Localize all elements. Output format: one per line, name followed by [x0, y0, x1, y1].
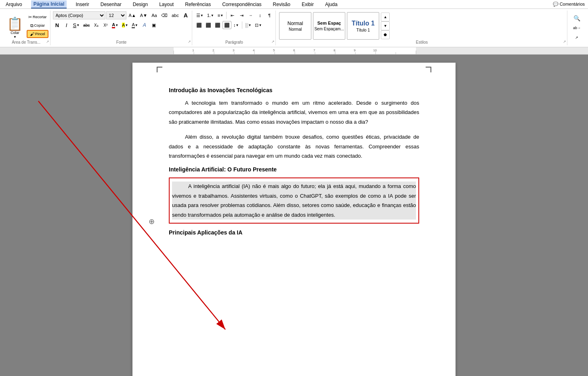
section-format-icon: ⊕	[149, 217, 155, 226]
numbered-list-button[interactable]: 1.▼	[206, 11, 216, 19]
sort-button[interactable]: ↕	[256, 11, 265, 19]
menu-bar: Arquivo Página Inicial Inserir Desenhar …	[0, 0, 588, 9]
menu-referencias[interactable]: Referências	[183, 1, 213, 8]
ribbon: 📋 Colar ▼ ✂ Recortar ⧉ Copiar 🖌 Pincel Á…	[0, 9, 588, 47]
styles-more-button[interactable]: ⬟	[381, 30, 390, 39]
section-aplicacoes: Principais Aplicações da IA	[169, 229, 419, 236]
font-shrink-button[interactable]: A▼	[139, 11, 149, 19]
paragraph-intro-1: A tecnologia tem transformado o mundo em…	[169, 98, 419, 127]
svg-text:1: 1	[192, 49, 194, 52]
bullet-list-button[interactable]: ☰▼	[195, 11, 205, 19]
menu-arquivo[interactable]: Arquivo	[3, 1, 25, 8]
font-clear-button[interactable]: ⌫	[160, 11, 169, 19]
heading-intro: Introdução às Inovações Tecnológicas	[169, 87, 419, 93]
highlighted-paragraph: A inteligência artificial (IA) não é mai…	[172, 182, 416, 220]
font-abc-button[interactable]: abc	[170, 11, 181, 19]
format-painter-button[interactable]: 🖌 Pincel	[27, 30, 48, 38]
font-grow-button[interactable]: A▲	[127, 11, 138, 19]
search-button[interactable]: 🔍	[571, 14, 582, 22]
styles-scroll-up[interactable]: ▲	[381, 13, 390, 21]
heading-ia: Inteligência Artificial: O Futuro Presen…	[169, 166, 419, 173]
styles-label: Estilos ↗	[277, 40, 567, 44]
shading-button[interactable]: ░▼	[244, 21, 253, 29]
menu-exibir[interactable]: Exibir	[299, 1, 316, 8]
ruler: 1 2 3 4 5 6 7 8 9 10	[0, 47, 588, 55]
paragraph-intro-2: Além disso, a revolução digital também t…	[169, 132, 419, 161]
svg-text:6: 6	[293, 49, 295, 52]
svg-text:5: 5	[273, 49, 275, 52]
menu-inserir[interactable]: Inserir	[73, 1, 91, 8]
svg-text:3: 3	[233, 49, 235, 52]
menu-correspondencias[interactable]: Correspondências	[220, 1, 264, 8]
menu-design[interactable]: Design	[130, 1, 150, 8]
font-bigA-button[interactable]: A	[181, 11, 190, 19]
border-button[interactable]: ⊡▼	[253, 21, 263, 29]
replace-button[interactable]: ab→	[571, 24, 582, 32]
svg-text:2: 2	[212, 49, 214, 52]
menu-desenhar[interactable]: Desenhar	[98, 1, 124, 8]
clipboard-label: Área de Trans... ↗	[2, 40, 50, 44]
font-name-select[interactable]: Aptos (Corpo) Arial Times New Roman Cali…	[53, 11, 105, 19]
section-ia: Inteligência Artificial: O Futuro Presen…	[169, 166, 419, 224]
increase-indent-button[interactable]: ⇥	[237, 11, 246, 19]
ltr-rtl-button[interactable]: ↔	[246, 11, 255, 19]
bold-button[interactable]: N	[53, 21, 62, 29]
strikethrough-button[interactable]: abc	[82, 21, 91, 29]
copy-button[interactable]: ⧉ Copiar	[27, 21, 48, 30]
text-effects-button[interactable]: A	[140, 21, 149, 29]
italic-button[interactable]: I	[62, 21, 71, 29]
font-size-select[interactable]: 89101112141618	[106, 11, 126, 19]
highlight-color-button[interactable]: A▼	[120, 21, 130, 29]
section-intro: Introdução às Inovações Tecnológicas A t…	[169, 87, 419, 161]
font-group: Aptos (Corpo) Arial Times New Roman Cali…	[51, 11, 192, 45]
document-page: Introdução às Inovações Tecnológicas A t…	[132, 63, 456, 376]
align-left-button[interactable]: ⬛	[195, 21, 204, 29]
font-color-button[interactable]: A▼	[110, 21, 120, 29]
show-para-button[interactable]: ¶	[265, 11, 274, 19]
clipboard-group: 📋 Colar ▼ ✂ Recortar ⧉ Copiar 🖌 Pincel Á…	[2, 11, 50, 45]
line-spacing-button[interactable]: ↕▼	[232, 21, 241, 29]
svg-text:10: 10	[373, 49, 377, 52]
superscript-button[interactable]: X²	[101, 21, 110, 29]
search-area: 🔍 ab→ ↗	[568, 11, 586, 45]
svg-text:8: 8	[334, 49, 336, 52]
styles-scroll-down[interactable]: ▼	[381, 21, 390, 30]
document-area: Introdução às Inovações Tecnológicas A t…	[0, 55, 588, 376]
menu-ajuda[interactable]: Ajuda	[323, 1, 340, 8]
font-label: Fonte ↗	[51, 40, 192, 44]
heading-aplicacoes: Principais Aplicações da IA	[169, 229, 419, 236]
menu-revisao[interactable]: Revisão	[271, 1, 293, 8]
page-corner-tr	[426, 67, 431, 72]
styles-group: Normal Normal Sem Espaç Sem Espaçam... T…	[277, 11, 567, 45]
svg-text:7: 7	[313, 49, 315, 52]
page-corner-tl	[157, 67, 162, 72]
font-case-button[interactable]: Aa	[150, 11, 159, 19]
paste-button[interactable]: 📋 Colar ▼	[4, 16, 26, 40]
ruler-ticks: 1 2 3 4 5 6 7 8 9 10	[0, 47, 588, 55]
style-normal-box[interactable]: Normal Normal	[279, 12, 311, 40]
cut-button[interactable]: ✂ Recortar	[27, 13, 48, 21]
subscript-button[interactable]: X₂	[92, 21, 101, 29]
align-justify-button[interactable]: ⬛	[223, 21, 231, 29]
select-button[interactable]: ↗	[571, 34, 582, 42]
align-center-button[interactable]: ⬛	[204, 21, 213, 29]
decrease-indent-button[interactable]: ⇤	[228, 11, 237, 19]
style-sem-espacamento-box[interactable]: Sem Espaç Sem Espaçam...	[313, 12, 345, 40]
align-right-button[interactable]: ⬛	[213, 21, 222, 29]
menu-pagina-inicial[interactable]: Página Inicial	[31, 0, 67, 8]
paragraph-group: ☰▼ 1.▼ ≡▼ ⇤ ⇥ ↔ ↕ ¶ ⬛ ⬛ ⬛ ⬛ ↕▼ ░▼ ⊡▼ Par…	[193, 11, 276, 45]
multilevel-list-button[interactable]: ≡▼	[216, 11, 225, 19]
style-titulo1-box[interactable]: Título 1 Título 1	[347, 12, 379, 40]
font-shade-button[interactable]: A▼	[130, 21, 139, 29]
menu-layout[interactable]: Layout	[157, 1, 176, 8]
char-shading-button[interactable]: ▣	[149, 21, 158, 29]
svg-text:4: 4	[253, 49, 255, 52]
paragraph-label: Parágrafo ↗	[193, 40, 275, 44]
comments-button[interactable]: 💬 Comentários	[553, 2, 585, 7]
selected-paragraph-box: A inteligência artificial (IA) não é mai…	[169, 177, 419, 224]
underline-button[interactable]: S ▼	[71, 21, 82, 29]
svg-text:9: 9	[354, 49, 356, 52]
